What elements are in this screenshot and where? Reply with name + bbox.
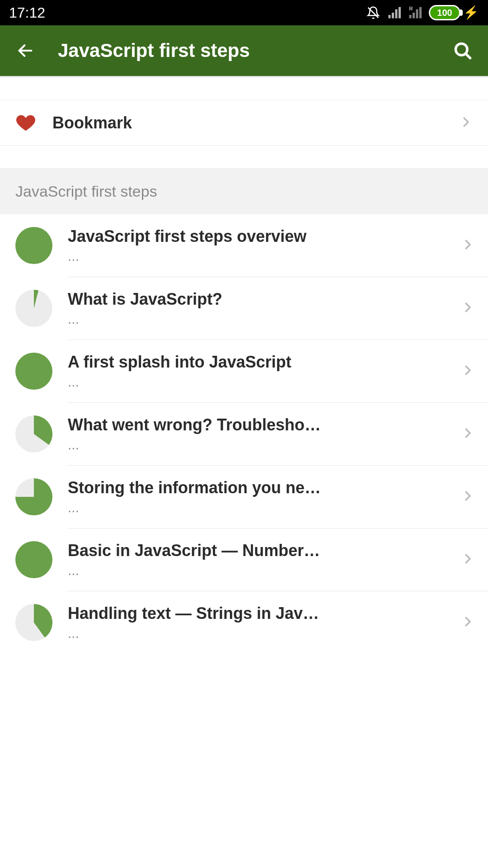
list-item[interactable]: What is JavaScript?... (0, 277, 488, 340)
list-item-text: JavaScript first steps overview... (68, 227, 461, 264)
search-icon (453, 41, 473, 61)
status-time: 17:12 (9, 5, 45, 21)
chevron-right-icon (461, 426, 474, 442)
list-item-text: What is JavaScript?... (68, 290, 461, 327)
chevron-right-icon (461, 301, 474, 316)
section-title: JavaScript first steps (15, 183, 157, 200)
bookmark-row[interactable]: Bookmark (0, 100, 488, 146)
list-item-subtitle: ... (68, 437, 461, 453)
section-gap (0, 146, 488, 168)
list-item-title: What went wrong? Troubleshooting Ja… (68, 415, 321, 434)
list-item[interactable]: Handling text — Strings in JavaScript... (0, 591, 488, 654)
svg-text:R: R (409, 6, 413, 11)
list-item-text: Storing the information you need — Va…..… (68, 478, 461, 515)
status-bar: 17:12 R 100 ⚡ (0, 0, 488, 25)
status-indicators: R 100 ⚡ (366, 5, 479, 20)
progress-pie-icon (15, 415, 52, 453)
chevron-right-icon (461, 363, 474, 379)
charging-icon: ⚡ (463, 6, 479, 19)
chevron-right-icon (461, 552, 474, 567)
progress-pie-icon (15, 478, 52, 515)
do-not-disturb-icon (366, 6, 380, 19)
section-header: JavaScript first steps (0, 168, 488, 214)
list-item[interactable]: JavaScript first steps overview... (0, 214, 488, 277)
list-item[interactable]: Storing the information you need — Va…..… (0, 466, 488, 528)
progress-pie-icon (15, 227, 52, 264)
chevron-right-icon (459, 115, 473, 131)
list-item[interactable]: What went wrong? Troubleshooting Ja…... (0, 403, 488, 465)
list-item-title: Storing the information you need — Va… (68, 478, 321, 497)
list-item-subtitle: ... (68, 311, 461, 327)
progress-pie-icon (15, 290, 52, 327)
list-item-text: What went wrong? Troubleshooting Ja…... (68, 415, 461, 453)
svg-line-4 (466, 54, 470, 58)
progress-pie-icon (15, 541, 52, 578)
progress-pie-icon (15, 353, 52, 390)
list-item-text: Handling text — Strings in JavaScript... (68, 604, 461, 641)
search-button[interactable] (450, 38, 475, 63)
lesson-list: JavaScript first steps overview... What … (0, 214, 488, 654)
bookmark-top-gap (0, 78, 488, 100)
chevron-right-icon (461, 615, 474, 630)
list-item-subtitle: ... (68, 626, 461, 641)
arrow-left-icon (16, 42, 34, 60)
chevron-right-icon (461, 489, 474, 505)
list-item[interactable]: Basic in JavaScript — Numbers and op…... (0, 528, 488, 591)
list-item-subtitle: ... (68, 249, 461, 264)
list-item-title: JavaScript first steps overview (68, 227, 321, 246)
back-button[interactable] (13, 38, 38, 63)
svg-point-10 (15, 541, 52, 578)
list-item-subtitle: ... (68, 374, 461, 390)
bookmark-label: Bookmark (52, 113, 459, 132)
list-item[interactable]: A first splash into JavaScript... (0, 340, 488, 402)
svg-point-7 (15, 353, 52, 390)
signal-roaming-icon: R (408, 6, 422, 19)
progress-pie-icon (15, 604, 52, 641)
chevron-right-icon (461, 238, 474, 253)
list-item-title: Basic in JavaScript — Numbers and op… (68, 541, 321, 560)
heart-icon (15, 113, 52, 133)
svg-point-5 (15, 227, 52, 264)
list-item-subtitle: ... (68, 500, 461, 515)
list-item-subtitle: ... (68, 563, 461, 578)
battery-level-text: 100 (437, 8, 452, 17)
list-item-text: A first splash into JavaScript... (68, 353, 461, 390)
app-bar: JavaScript first steps (0, 25, 488, 76)
page-title: JavaScript first steps (58, 40, 430, 61)
list-item-title: Handling text — Strings in JavaScript (68, 604, 321, 623)
list-item-text: Basic in JavaScript — Numbers and op…... (68, 541, 461, 578)
list-item-title: A first splash into JavaScript (68, 353, 321, 372)
list-item-title: What is JavaScript? (68, 290, 321, 309)
battery-indicator: 100 ⚡ (429, 5, 479, 20)
signal-icon (387, 6, 401, 19)
